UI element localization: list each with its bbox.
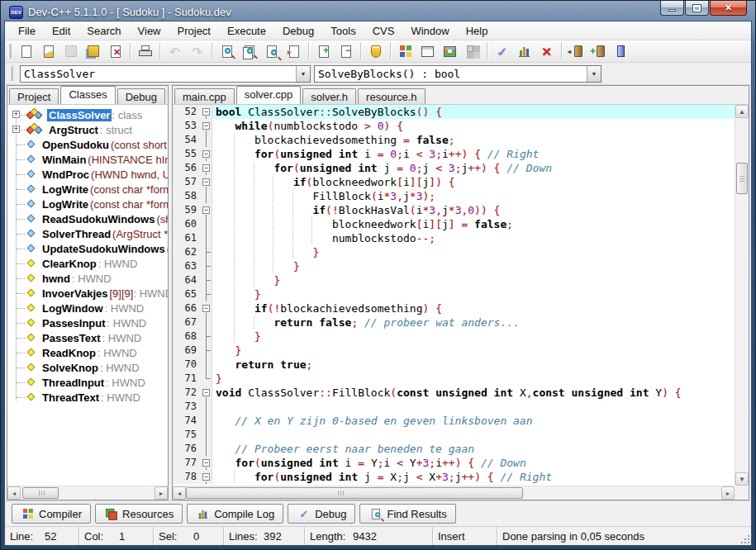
tab-classes[interactable]: Classes bbox=[60, 86, 115, 104]
menu-execute[interactable]: Execute bbox=[219, 23, 274, 39]
tree-item-threadinput[interactable]: ThreadInput : HWND bbox=[7, 375, 168, 390]
tree-item-readsudokuwindows[interactable]: ReadSudokuWindows (sho bbox=[7, 211, 168, 226]
tab-project[interactable]: Project bbox=[9, 88, 59, 104]
menu-help[interactable]: Help bbox=[458, 23, 497, 39]
tree-item-argstruct[interactable]: +ArgStruct : struct bbox=[7, 122, 168, 137]
fold-collapse-icon[interactable]: − bbox=[201, 105, 212, 119]
menu-project[interactable]: Project bbox=[169, 23, 219, 39]
expand-icon[interactable]: + bbox=[12, 111, 20, 118]
compile-and-run-button[interactable] bbox=[439, 41, 461, 61]
editor-vscrollbar[interactable]: ▲ ▼ bbox=[735, 105, 749, 486]
toggle-bookmark-button[interactable]: + bbox=[587, 41, 610, 61]
compile-button[interactable] bbox=[394, 41, 416, 61]
tab-resource-h[interactable]: resource.h bbox=[358, 88, 425, 104]
tree-item-threadtext[interactable]: ThreadText : HWND bbox=[7, 390, 168, 405]
vscroll-thumb[interactable] bbox=[736, 163, 748, 194]
tab-debug[interactable]: Debug bbox=[117, 88, 165, 104]
scroll-down-icon[interactable]: ▼ bbox=[735, 472, 749, 486]
output-tab-compiler[interactable]: Compiler bbox=[12, 504, 91, 524]
tab-solver-h[interactable]: solver.h bbox=[302, 88, 356, 104]
scroll-up-icon[interactable]: ▲ bbox=[735, 105, 749, 118]
goto-line-button[interactable]: ▸ bbox=[283, 41, 305, 61]
fold-collapse-icon[interactable]: − bbox=[201, 203, 212, 217]
new-file-button[interactable] bbox=[15, 41, 37, 61]
title-bar[interactable]: DEV Dev-C++ 5.1.1.0 - [ Sudoku ] - Sudok… bbox=[4, 1, 752, 21]
hscroll-track[interactable] bbox=[21, 486, 155, 500]
find-in-files-button[interactable] bbox=[260, 41, 283, 61]
output-tab-debug[interactable]: ✓Debug bbox=[288, 504, 355, 524]
resize-grip[interactable] bbox=[739, 533, 749, 543]
print-button[interactable] bbox=[134, 41, 156, 61]
project-options-button[interactable] bbox=[364, 41, 387, 61]
tree-item-opensudoku[interactable]: OpenSudoku (const short (* bbox=[7, 137, 168, 152]
menu-window[interactable]: Window bbox=[402, 23, 457, 39]
hscroll-thumb[interactable] bbox=[186, 487, 523, 499]
menu-edit[interactable]: Edit bbox=[44, 23, 78, 39]
fold-collapse-icon[interactable]: − bbox=[201, 161, 212, 175]
rebuild-all-button[interactable] bbox=[461, 41, 483, 61]
insert-button[interactable]: ◂ bbox=[565, 41, 587, 61]
output-tab-compile-log[interactable]: Compile Log bbox=[187, 504, 283, 524]
menu-file[interactable]: File bbox=[10, 23, 44, 39]
run-button[interactable] bbox=[416, 41, 439, 61]
scroll-right-icon[interactable]: ▸ bbox=[721, 486, 735, 500]
tree-item-readknop[interactable]: ReadKnop : HWND bbox=[7, 345, 168, 360]
vscroll-track[interactable] bbox=[735, 118, 749, 472]
maximize-button[interactable] bbox=[685, 1, 709, 16]
close-file-button[interactable]: ✕ bbox=[104, 41, 126, 61]
redo-button[interactable]: ↷ bbox=[186, 41, 208, 61]
scroll-left-icon[interactable]: ◂ bbox=[173, 486, 186, 500]
menu-tools[interactable]: Tools bbox=[322, 23, 364, 39]
tree-item-classsolver[interactable]: +ClassSolver : class bbox=[7, 107, 168, 122]
expand-icon[interactable]: + bbox=[12, 126, 20, 133]
class-combo[interactable]: ClassSolver ▼ bbox=[20, 65, 311, 83]
hscroll-thumb[interactable] bbox=[22, 487, 59, 499]
tree-item-logwrite[interactable]: LogWrite (const char *forma bbox=[7, 182, 168, 197]
tab-solver-cpp[interactable]: solver.cpp bbox=[236, 86, 302, 104]
remove-from-project-button[interactable]: − bbox=[335, 41, 357, 61]
tree-item-clearknop[interactable]: ClearKnop : HWND bbox=[7, 256, 168, 271]
editor-hscrollbar[interactable]: ◂ ▸ bbox=[173, 486, 735, 500]
output-tab-resources[interactable]: Resources bbox=[95, 504, 183, 524]
tree-item-solverthread[interactable]: SolverThread (ArgStruct *a bbox=[7, 226, 168, 241]
tree-item-solveknop[interactable]: SolveKnop : HWND bbox=[7, 360, 168, 375]
replace-button[interactable] bbox=[238, 41, 260, 61]
fold-collapse-icon[interactable]: − bbox=[201, 470, 212, 484]
tree-item-winmain[interactable]: WinMain (HINSTANCE hInsta bbox=[7, 152, 168, 167]
fold-collapse-icon[interactable]: − bbox=[201, 175, 212, 189]
undo-button[interactable]: ↶ bbox=[164, 41, 186, 61]
tab-main-cpp[interactable]: main.cpp bbox=[174, 88, 235, 104]
tree-item-passestext[interactable]: PassesText : HWND bbox=[7, 330, 168, 345]
fold-collapse-icon[interactable]: − bbox=[201, 147, 212, 161]
save-button[interactable] bbox=[59, 41, 82, 61]
fold-collapse-icon[interactable]: − bbox=[201, 301, 212, 315]
chevron-down-icon[interactable]: ▼ bbox=[587, 66, 601, 82]
fold-collapse-icon[interactable]: − bbox=[201, 386, 212, 400]
minimize-button[interactable] bbox=[660, 1, 684, 16]
hscroll-track[interactable] bbox=[186, 486, 721, 500]
scroll-right-icon[interactable]: ▸ bbox=[155, 486, 168, 500]
save-all-button[interactable] bbox=[82, 41, 104, 61]
open-file-button[interactable] bbox=[37, 41, 59, 61]
chevron-down-icon[interactable]: ▼ bbox=[296, 66, 310, 82]
syntax-check-button[interactable]: ✓ bbox=[491, 41, 513, 61]
member-combo[interactable]: SolveByBlocks() : bool ▼ bbox=[314, 65, 601, 83]
menu-view[interactable]: View bbox=[130, 23, 169, 39]
add-to-project-button[interactable]: + bbox=[312, 41, 335, 61]
fold-collapse-icon[interactable]: − bbox=[201, 456, 212, 470]
menu-search[interactable]: Search bbox=[78, 23, 129, 39]
fold-collapse-icon[interactable]: − bbox=[201, 119, 212, 133]
find-button[interactable] bbox=[216, 41, 238, 61]
profile-button[interactable] bbox=[513, 41, 535, 61]
menu-debug[interactable]: Debug bbox=[274, 23, 322, 39]
output-tab-find-results[interactable]: Find Results bbox=[359, 504, 455, 524]
sidebar-hscrollbar[interactable]: ◂ ▸ bbox=[7, 486, 168, 500]
tree-item-logwindow[interactable]: LogWindow : HWND bbox=[7, 301, 168, 315]
goto-bookmark-button[interactable] bbox=[610, 41, 632, 61]
tree-item-logwrite[interactable]: LogWrite (const char *forma bbox=[7, 197, 168, 211]
close-button[interactable]: ✕ bbox=[710, 1, 747, 16]
tree-item-invoervakjes[interactable]: InvoerVakjes [9][9] : HWND bbox=[7, 286, 168, 301]
menu-cvs[interactable]: CVS bbox=[364, 23, 403, 39]
scroll-left-icon[interactable]: ◂ bbox=[7, 486, 21, 500]
tree-item-passesinput[interactable]: PassesInput : HWND bbox=[7, 315, 168, 330]
